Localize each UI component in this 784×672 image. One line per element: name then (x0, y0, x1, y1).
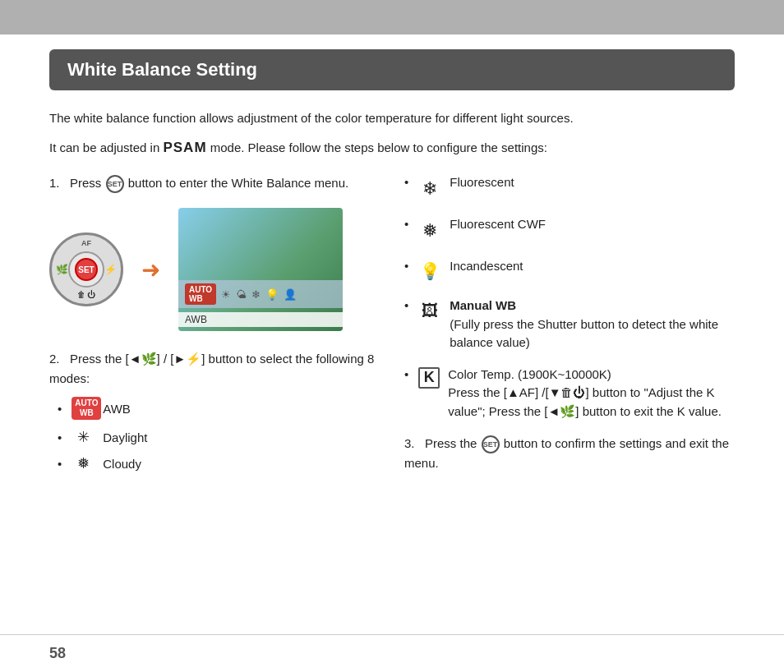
arrow-icon: ➜ (141, 256, 160, 283)
incandescent-label: Incandescent (450, 257, 523, 276)
page: White Balance Setting The white balance … (0, 0, 784, 672)
bullet: • (404, 173, 408, 192)
list-item: • AUTOWB AWB (58, 397, 380, 420)
manual-wb-label: Manual WB (450, 298, 516, 312)
wb-toolbar: AUTOWB ☀ 🌤 ❄ 💡 👤 (178, 280, 343, 308)
list-item: • ✳ Daylight (58, 428, 380, 446)
step-3: 3. Press the SET button to confirm the s… (404, 434, 735, 473)
color-temp-sublabel: Press the [▲AF] /[▼🗑⏻] button to "Adjust… (448, 385, 722, 418)
fluorescent-icon: ❄ (418, 175, 441, 202)
intro-line2: It can be adjusted in PSAM mode. Please … (49, 136, 735, 159)
bullet: • (404, 297, 408, 315)
dial-set-label: SET (75, 258, 98, 281)
bullet: • (404, 366, 408, 384)
incandescent-icon: 💡 (418, 259, 441, 283)
bullet: • (58, 402, 62, 416)
step-1: 1. Press SET button to enter the White B… (49, 173, 380, 331)
left-column: 1. Press SET button to enter the White B… (49, 173, 380, 487)
bullet: • (58, 457, 62, 471)
wb-icon-3: ❄ (251, 288, 261, 301)
list-item: • K Color Temp. (1900K~10000K) Press the… (404, 366, 735, 421)
page-number: 58 (49, 645, 66, 661)
wb-preview-image: AUTOWB ☀ 🌤 ❄ 💡 👤 AWB (178, 208, 343, 331)
right-column: • ❄ Fluorescent • ❅ Fluorescent CWF • 💡 … (404, 173, 735, 487)
wb-auto-selected: AUTOWB (185, 283, 216, 305)
manual-wb-text: Manual WB (Fully press the Shutter butto… (450, 297, 735, 352)
intro-line1: The white balance function allows adjust… (49, 108, 735, 128)
intro-line2-text: It can be adjusted in (49, 140, 163, 154)
page-footer: 58 (0, 634, 784, 672)
awb-label: AWB (103, 402, 131, 416)
step2-label: 2. Press the [◄🌿] / [►⚡] button to selec… (49, 349, 380, 389)
dial-inner: SET (68, 251, 104, 288)
list-item: • ❄ Fluorescent (404, 173, 735, 202)
set-button-icon: SET (106, 175, 124, 193)
dial-left-icon: 🌿 (56, 264, 68, 275)
list-item: • 🖼 Manual WB (Fully press the Shutter b… (404, 297, 735, 352)
fluorescent-cwf-icon: ❅ (418, 217, 441, 244)
camera-dial: AF 🌿 ⚡ SET 🗑 ⏻ (49, 232, 123, 306)
set-button-icon-3: SET (482, 435, 500, 453)
dial-af-label: AF (81, 239, 91, 247)
dial-right-icon: ⚡ (104, 264, 117, 275)
content: White Balance Setting The white balance … (0, 35, 784, 619)
two-column-layout: 1. Press SET button to enter the White B… (49, 173, 735, 487)
dial-icon2: ⏻ (87, 290, 95, 299)
wb-icon-5: 👤 (284, 288, 297, 301)
step1-label: 1. Press SET button to enter the White B… (49, 173, 380, 193)
intro-line2b: mode. Please follow the steps below to c… (207, 140, 547, 154)
dial-bottom-icons: 🗑 ⏻ (77, 290, 95, 299)
bullet: • (404, 215, 408, 234)
color-temp-label: Color Temp. (1900K~10000K) (448, 367, 611, 381)
wb-icon-1: ☀ (221, 288, 231, 301)
color-temp-icon: K (418, 367, 440, 389)
daylight-label: Daylight (103, 430, 147, 444)
awb-badge: AUTOWB (71, 397, 101, 420)
cloudy-label: Cloudy (103, 457, 141, 471)
list-item: • ❅ Cloudy (58, 454, 380, 472)
manual-wb-sublabel: (Fully press the Shutter button to detec… (450, 317, 718, 350)
bullet: • (404, 257, 408, 276)
fluorescent-cwf-label: Fluorescent CWF (450, 215, 546, 234)
camera-diagram: AF 🌿 ⚡ SET 🗑 ⏻ ➜ (49, 208, 380, 331)
daylight-icon: ✳ (71, 428, 95, 446)
color-temp-text: Color Temp. (1900K~10000K) Press the [▲A… (448, 366, 735, 421)
manual-wb-icon: 🖼 (418, 298, 441, 323)
bullet: • (58, 430, 62, 444)
dial-icon1: 🗑 (77, 290, 85, 299)
modes-list-left: • AUTOWB AWB • ✳ Daylight • (58, 397, 380, 472)
wb-icon-4: 💡 (265, 288, 279, 301)
list-item: • 💡 Incandescent (404, 257, 735, 283)
wb-label-bar: AWB (178, 312, 343, 327)
modes-list-right: • ❄ Fluorescent • ❅ Fluorescent CWF • 💡 … (404, 173, 735, 421)
section-title: White Balance Setting (49, 49, 735, 90)
wb-icon-2: 🌤 (236, 288, 247, 301)
psam-mode: PSAM (163, 140, 206, 155)
top-bar (0, 0, 784, 35)
list-item: • ❅ Fluorescent CWF (404, 215, 735, 244)
awb-icon: AUTOWB (71, 397, 95, 420)
step-2: 2. Press the [◄🌿] / [►⚡] button to selec… (49, 349, 380, 472)
cloudy-icon: ❅ (71, 454, 95, 472)
fluorescent-label: Fluorescent (450, 173, 514, 192)
